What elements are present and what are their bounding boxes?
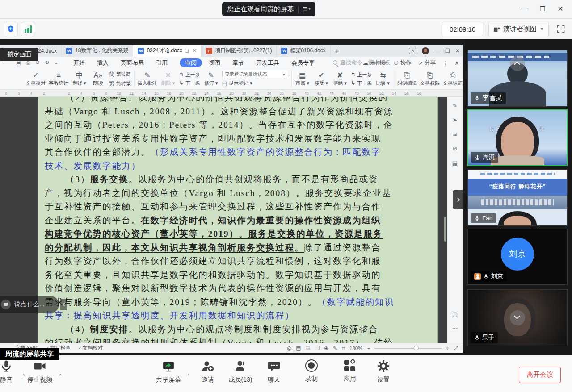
record-button[interactable]: 录制 bbox=[299, 359, 324, 383]
customize-toolbar-icon[interactable]: ⌄ bbox=[54, 59, 59, 66]
wps-minimize-button[interactable]: — bbox=[434, 48, 440, 54]
expand-caret-share-screen[interactable]: ＾ bbox=[186, 372, 191, 379]
notes-icon[interactable]: ▤ bbox=[452, 159, 458, 166]
leave-meeting-button[interactable]: 离开会议 bbox=[519, 367, 561, 383]
menu-tab-开始[interactable]: 开始 bbox=[73, 59, 85, 66]
redo-icon[interactable]: ↻ bbox=[45, 59, 49, 66]
ribbon-button-限制编辑[interactable]: ⎘限制编辑 bbox=[397, 71, 417, 87]
menu-tab-引用[interactable]: 引用 bbox=[156, 59, 168, 66]
ribbon-button-简转繁[interactable]: 繁简转繁 bbox=[109, 80, 131, 88]
screen-options-menu[interactable]: ☰▾ bbox=[303, 6, 311, 13]
close-button[interactable]: ✕ bbox=[551, 2, 569, 16]
chat-collapse-button[interactable] bbox=[60, 299, 67, 310]
ribbon-button-拒绝[interactable]: ✘拒绝 ▾ bbox=[332, 71, 348, 87]
share-menu-item[interactable]: ↗分享 bbox=[418, 59, 436, 67]
ribbon-button-上一条[interactable]: ↰上一条 bbox=[179, 71, 200, 78]
menu-tab-章节[interactable]: 章节 bbox=[232, 59, 244, 66]
web-view-icon[interactable]: ⊕ bbox=[324, 345, 328, 351]
invite-button[interactable]: 邀请 bbox=[194, 359, 221, 384]
menu-tab-视图[interactable]: 视图 bbox=[209, 59, 220, 66]
menu-tab-插入[interactable]: 插入 bbox=[97, 59, 109, 66]
video-panel-expander[interactable] bbox=[453, 190, 463, 209]
mute-button[interactable]: 静音 bbox=[0, 359, 21, 384]
more-menu-item[interactable]: ⋮ bbox=[442, 59, 448, 66]
share-screen-button[interactable]: 共享屏幕 bbox=[151, 359, 185, 384]
ribbon-button-下一条[interactable]: ↳下一条 bbox=[179, 80, 200, 87]
window-switcher-button[interactable]: 5 bbox=[409, 48, 416, 54]
vertical-scrollbar[interactable] bbox=[444, 217, 446, 242]
account-avatar[interactable] bbox=[422, 47, 429, 54]
ribbon-button-朗读[interactable]: A»朗读 bbox=[90, 71, 106, 87]
zoom-out-icon[interactable]: − bbox=[367, 345, 370, 351]
ribbon-button-显示标记[interactable]: ▤显示标记 ▾ bbox=[222, 80, 288, 87]
fullpage-icon[interactable]: ⤢ bbox=[454, 345, 458, 351]
page-view-icon[interactable]: ▤ bbox=[296, 345, 301, 351]
fullscreen-button[interactable] bbox=[554, 22, 568, 36]
members-button[interactable]: 成员(13) bbox=[223, 359, 258, 384]
document-tab-2[interactable]: W0324讨论.docx❑✕ bbox=[133, 45, 202, 57]
new-tab-button[interactable]: + bbox=[331, 45, 344, 57]
menu-tab-开发工具[interactable]: 开发工具 bbox=[256, 59, 279, 66]
participant-tile-果子[interactable]: 果子 bbox=[467, 289, 568, 346]
document-tab-1[interactable]: W18数字化...化的关系观 bbox=[62, 45, 133, 57]
ribbon-button-审阅[interactable]: ▤审阅 ▾ bbox=[294, 71, 310, 87]
menu-tab-审阅[interactable]: 审阅 bbox=[180, 58, 202, 67]
document-tab-3[interactable]: P项目制图-张笑...0227(1) bbox=[202, 45, 277, 57]
chat-button[interactable]: 聊天 bbox=[261, 359, 286, 384]
ribbon-button-修订[interactable]: ✎修订 ▾ bbox=[203, 71, 219, 87]
ink-icon[interactable]: ✎ bbox=[333, 345, 337, 351]
ribbon-button-文档认证[interactable]: ⎙文档认证 bbox=[443, 71, 463, 87]
expand-caret-stop-video[interactable]: ＾ bbox=[58, 372, 63, 379]
menu-tab-会员专享[interactable]: 会员专享 bbox=[291, 59, 315, 66]
proofread-toggle[interactable]: ✓文档校对 bbox=[78, 345, 103, 351]
network-signal-button[interactable] bbox=[21, 22, 35, 36]
show-markup-state-dropdown[interactable]: 显示标记的最终状态▼ bbox=[222, 71, 288, 78]
zoom-level[interactable]: 130% bbox=[349, 346, 362, 351]
ribbon-button-上一条[interactable]: ↰上一条 bbox=[351, 71, 372, 78]
scroll-more-button[interactable] bbox=[510, 310, 525, 325]
zoom-slider[interactable] bbox=[374, 348, 442, 349]
select-cursor-icon[interactable]: ➤ bbox=[453, 117, 458, 123]
security-shield-button[interactable] bbox=[4, 22, 18, 36]
ribbon-button-翻译[interactable]: 中翻译 ▾ bbox=[72, 71, 87, 87]
collab-menu-item[interactable]: ⚇协作 bbox=[394, 59, 412, 67]
fit-page-icon[interactable]: ⌗ bbox=[342, 345, 345, 351]
ribbon-button-文档校对[interactable]: ✓文档校对 bbox=[26, 71, 46, 87]
ribbon-button-字数统计[interactable]: ≡字数统计 bbox=[49, 71, 68, 87]
ribbon-button-文档权限[interactable]: ⎗文档权限 bbox=[420, 71, 440, 87]
ribbon-button-繁转简[interactable]: 简繁转简 bbox=[109, 71, 131, 78]
participant-tile-刘京[interactable]: 刘京刘京 bbox=[467, 229, 568, 285]
more-tools-icon[interactable]: ⋯ bbox=[452, 325, 458, 332]
wps-restore-button[interactable]: ❐ bbox=[445, 48, 450, 54]
participant-tile-李雪灵[interactable]: 李雪灵 bbox=[467, 50, 568, 107]
tab-close-icon[interactable]: ✕ bbox=[193, 48, 197, 54]
cloud-menu-item[interactable]: ☁未同步 bbox=[363, 59, 387, 67]
stop-video-button[interactable]: 停止视频 bbox=[22, 359, 57, 384]
collapse-panel-button[interactable] bbox=[510, 56, 525, 71]
menu-tab-页面布局[interactable]: 页面布局 bbox=[121, 59, 144, 66]
view-mode-dropdown[interactable]: 演讲者视图 ▼ bbox=[488, 22, 549, 36]
ribbon-button-接受[interactable]: ✔接受 ▾ bbox=[313, 71, 329, 87]
edit-pen-icon[interactable]: ✎ bbox=[453, 102, 458, 109]
zoom-slider-thumb[interactable] bbox=[414, 346, 419, 350]
quick-chat-input[interactable]: 说点什么... bbox=[0, 296, 59, 313]
minimize-button[interactable]: — bbox=[516, 2, 534, 16]
zoom-in-icon[interactable]: + bbox=[446, 345, 449, 351]
ribbon-button-比较[interactable]: ⇆比较 ▾ bbox=[375, 71, 391, 87]
page-setup-icon[interactable]: ▢ bbox=[452, 311, 458, 317]
split-view-icon[interactable]: ❐ bbox=[315, 345, 320, 351]
collapse-ribbon-menu-item[interactable]: ∧ bbox=[455, 59, 459, 66]
eye-protect-icon[interactable]: ◎ bbox=[287, 345, 291, 351]
settings-button[interactable]: 设置 bbox=[371, 359, 396, 384]
format-icon[interactable]: ≋ bbox=[453, 131, 458, 138]
maximize-button[interactable]: ☐ bbox=[534, 2, 551, 16]
wps-close-button[interactable]: ✕ bbox=[455, 48, 460, 54]
ribbon-button-下一条[interactable]: ↳下一条 bbox=[351, 80, 372, 87]
apps-button[interactable]: 应用 bbox=[337, 359, 362, 383]
document-tab-4[interactable]: W框架0106.docx bbox=[277, 45, 330, 57]
history-icon[interactable]: ⊘ bbox=[453, 145, 458, 152]
participant-tile-Fan[interactable]: “疫路同行 静待花开”Fan bbox=[467, 169, 568, 226]
outline-view-icon[interactable]: ☰ bbox=[306, 345, 311, 351]
participant-tile-周流[interactable]: 疫路同行 静待花开周流 bbox=[467, 109, 568, 166]
ribbon-button-插入批注[interactable]: ✎插入批注 bbox=[138, 71, 157, 87]
